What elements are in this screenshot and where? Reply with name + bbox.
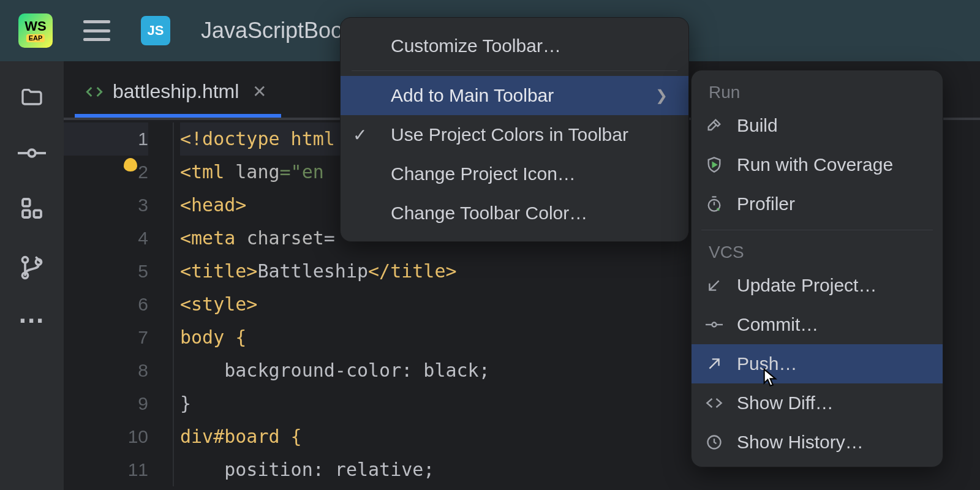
shield-play-icon [704,156,725,173]
code-token: lang [235,161,279,183]
project-name[interactable]: JavaScriptBootc [201,18,360,43]
app-eap-badge: EAP [26,34,45,42]
line-number[interactable]: 11 [64,453,148,486]
code-token: position: relative; [180,459,434,480]
more-icon[interactable]: ··· [19,315,45,327]
svg-point-0 [28,149,36,157]
menu-label: Add to Main Toolbar [361,85,554,106]
submenu-separator [701,230,933,230]
menu-item-change-project-icon[interactable]: Change Project Icon… [341,154,688,194]
code-token: <meta [180,227,246,249]
arrow-up-right-icon [704,356,725,372]
diff-icon [704,397,725,409]
clock-icon [704,434,725,451]
svg-rect-3 [23,199,30,206]
code-token: body { [180,326,246,348]
commit-dot-icon [704,320,725,329]
app-logo: WS EAP [18,13,53,48]
line-number[interactable]: 6 [64,288,148,321]
close-icon[interactable]: ✕ [252,81,266,102]
submenu-item-commit[interactable]: Commit… [692,305,943,344]
line-number[interactable]: 8 [64,354,148,387]
code-token: </title> [368,260,457,282]
submenu-item-profiler[interactable]: Profiler [692,184,943,224]
code-token: Battleship [257,260,368,282]
gutter: 1 2 3 4 5 6 7 8 9 10 11 [64,123,174,486]
hammer-icon [704,117,725,134]
submenu-item-run-coverage[interactable]: Run with Coverage [692,145,943,184]
code-token: = [324,227,335,249]
menu-item-change-toolbar-color[interactable]: Change Toolbar Color… [341,194,688,233]
code-token: } [180,393,191,414]
submenu-header-vcs: VCS [692,236,943,266]
svg-rect-4 [23,210,30,217]
svg-rect-5 [34,210,41,217]
code-token: tml [191,161,235,183]
code-token: charset [246,227,323,249]
menu-label: Use Project Colors in Toolbar [361,124,628,145]
code-token: ="en [280,161,324,183]
tool-sidebar: ··· [0,61,64,490]
commit-icon[interactable] [18,144,46,162]
code-token: < [180,161,191,183]
submenu-item-show-history[interactable]: Show History… [692,423,943,462]
project-badge[interactable]: JS [141,16,170,45]
tab-battleship[interactable]: battleship.html ✕ [75,69,281,118]
submenu-label: Commit… [737,314,818,335]
submenu-item-show-diff[interactable]: Show Diff… [692,383,943,423]
mouse-cursor-icon [762,368,780,388]
svg-point-6 [22,257,28,263]
toolbar-context-menu: Customize Toolbar… Add to Main Toolbar ❯… [340,17,689,242]
menu-separator [352,70,677,71]
submenu-label: Update Project… [737,275,876,296]
code-token: div#board { [180,426,302,447]
html-file-icon [86,83,103,100]
code-token: <!doctype [180,128,280,149]
line-number[interactable]: 3 [64,189,148,222]
structure-icon[interactable] [18,196,46,221]
tab-filename: battleship.html [113,80,239,103]
menu-item-use-project-colors[interactable]: ✓ Use Project Colors in Toolbar [341,115,688,154]
code-token: <title> [180,260,257,282]
code-token: <style> [180,293,257,315]
submenu-item-push[interactable]: Push… [692,344,943,383]
submenu-item-build[interactable]: Build [692,106,943,145]
submenu-label: Run with Coverage [737,154,893,175]
svg-point-10 [712,323,717,327]
hamburger-menu-icon[interactable] [83,20,110,41]
submenu-label: Show Diff… [737,393,834,413]
add-to-toolbar-submenu: Run Build Run with Coverage Profiler VCS… [691,70,943,467]
menu-item-add-to-main-toolbar[interactable]: Add to Main Toolbar ❯ [341,76,688,115]
intention-bulb-icon[interactable] [124,158,137,172]
chevron-right-icon: ❯ [655,87,668,104]
line-number[interactable]: 4 [64,222,148,255]
line-number[interactable]: 10 [64,420,148,453]
line-number[interactable]: 1 [64,123,148,156]
check-icon: ✓ [353,125,367,145]
app-abbrev: WS [24,20,46,33]
code-token: html [280,128,335,149]
code-token: <head> [180,194,246,216]
menu-label: Change Toolbar Color… [361,203,587,224]
submenu-label: Profiler [737,194,795,214]
submenu-header-run: Run [692,77,943,106]
project-icon[interactable] [18,86,46,110]
submenu-item-update-project[interactable]: Update Project… [692,266,943,305]
line-number[interactable]: 7 [64,321,148,354]
stopwatch-icon [704,195,725,213]
code-token: background-color: black; [180,360,490,381]
menu-label: Customize Toolbar… [361,36,561,56]
line-number[interactable]: 5 [64,255,148,288]
submenu-label: Build [737,115,778,136]
menu-label: Change Project Icon… [361,164,576,184]
menu-item-customize-toolbar[interactable]: Customize Toolbar… [341,26,688,66]
submenu-label: Show History… [737,432,864,453]
arrow-down-left-icon [704,277,725,293]
line-number[interactable]: 9 [64,387,148,420]
git-branch-icon[interactable] [18,254,46,281]
